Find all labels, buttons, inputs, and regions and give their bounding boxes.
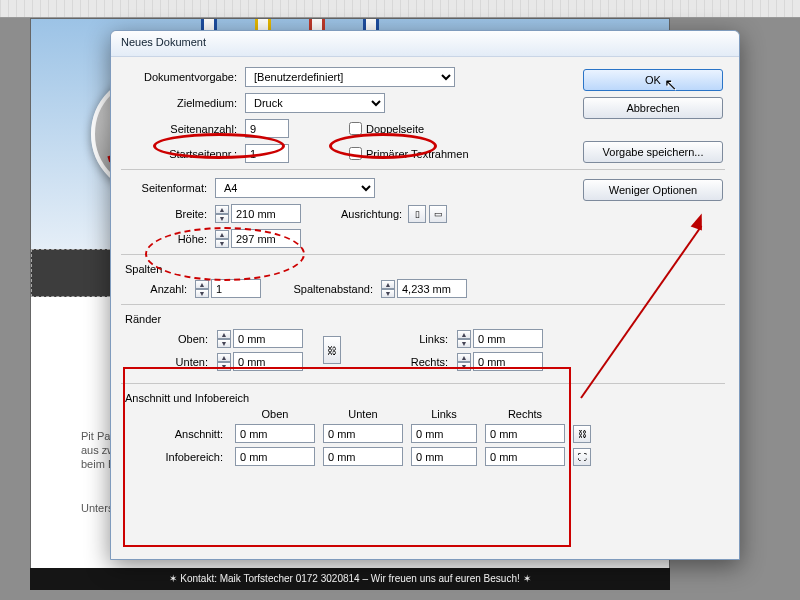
gutter-spinner[interactable]: ▲▼ [381,279,467,298]
new-document-dialog: Neues Dokument OK Abbrechen Vorgabe spei… [110,30,740,560]
dialog-titlebar[interactable]: Neues Dokument [111,31,739,57]
margin-top-label: Oben: [127,333,212,345]
width-spinner[interactable]: ▲▼ [215,204,301,223]
cancel-button[interactable]: Abbrechen [583,97,723,119]
mouse-cursor-icon: ↖ [664,75,677,94]
ruler-horizontal [0,0,800,18]
margin-top-spinner[interactable]: ▲▼ [217,329,307,348]
col-count-spinner[interactable]: ▲▼ [195,279,261,298]
width-label: Breite: [155,208,215,220]
preset-label: Dokumentvorgabe: [125,71,245,83]
fewer-options-button[interactable]: Weniger Optionen [583,179,723,201]
page-footer: ✶ Kontakt: Maik Torfstecher 0172 3020814… [30,568,670,590]
margin-left-label: Links: [357,333,452,345]
col-count-label: Anzahl: [135,283,195,295]
slug-link-icon[interactable]: ⛶ [573,448,591,466]
margin-left-spinner[interactable]: ▲▼ [457,329,547,348]
intent-label: Zielmedium: [125,97,245,109]
save-preset-button[interactable]: Vorgabe speichern... [583,141,723,163]
bleed-link-icon[interactable]: ⛓ [573,425,591,443]
orientation-label: Ausrichtung: [341,208,402,220]
annotation-rect-bottom [123,367,571,547]
ok-button[interactable]: OK [583,69,723,91]
margin-link-icon[interactable]: ⛓ [323,336,341,364]
margin-bottom-label: Unten: [127,356,212,368]
annotation-oval-size [145,227,305,281]
annotation-oval-facing [329,133,437,159]
preset-select[interactable]: [Benutzerdefiniert] [245,67,455,87]
intent-select[interactable]: Druck [245,93,385,113]
orientation-landscape-icon[interactable]: ▭ [429,205,447,223]
gutter-label: Spaltenabstand: [281,283,381,295]
pagesize-label: Seitenformat: [125,182,215,194]
annotation-oval-pages [153,133,285,159]
margin-right-label: Rechts: [357,356,452,368]
orientation-portrait-icon[interactable]: ▯ [408,205,426,223]
pagesize-select[interactable]: A4 [215,178,375,198]
